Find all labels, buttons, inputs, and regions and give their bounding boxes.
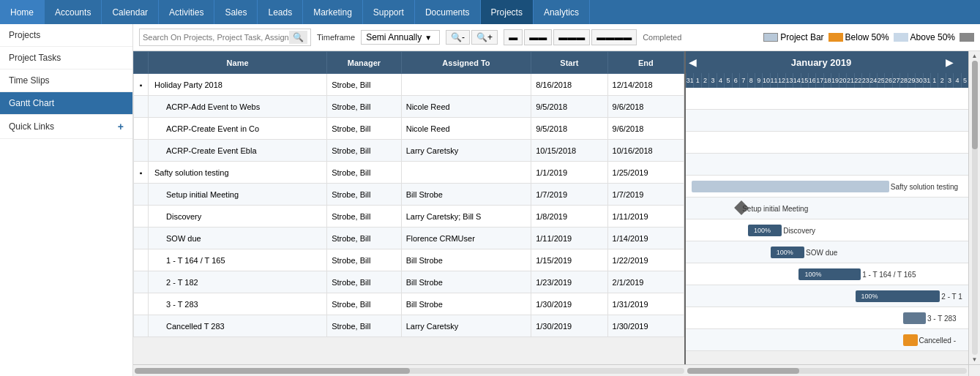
gantt-bar[interactable]: 100% (771, 247, 804, 258)
scroll-thumb-right[interactable] (687, 368, 799, 374)
gantt-day-cell: 13 (785, 73, 793, 88)
zoom-out-button[interactable]: 🔍- (446, 30, 470, 45)
nav-leads[interactable]: Leads (258, 0, 303, 24)
vertical-scrollbar[interactable]: ▲ ▼ (968, 51, 980, 364)
row-start: 1/30/2019 (531, 315, 607, 337)
table-row[interactable]: ACRP-Create Event EblaStrobe, BillLarry … (134, 140, 684, 162)
timeframe-dropdown-arrow: ▼ (424, 34, 432, 42)
table-row[interactable]: SOW dueStrobe, BillFlorence CRMUser1/11/… (134, 228, 684, 249)
progress-badge: 100% (751, 226, 774, 235)
scroll-track-left[interactable] (135, 368, 684, 374)
sidebar-item-projects[interactable]: Projects (0, 24, 132, 47)
row-end: 10/16/2018 (607, 140, 684, 162)
table-row[interactable]: Setup initial MeetingStrobe, BillBill St… (134, 184, 684, 206)
nav-analytics[interactable]: Analytics (534, 0, 590, 24)
scroll-track-vertical[interactable] (972, 61, 978, 355)
nav-calendar[interactable]: Calendar (102, 0, 159, 24)
gantt-bar[interactable]: 100% (856, 290, 940, 302)
gantt-month-label: January 2019 (700, 57, 943, 68)
horizontal-scrollbar-right[interactable] (686, 365, 968, 376)
project-table: Name Manager Assigned To Start End ▪Holi… (133, 51, 684, 337)
row-assigned: Bill Strobe (401, 293, 531, 315)
nav-documents[interactable]: Documents (415, 0, 481, 24)
gantt-bar[interactable]: 100% (798, 268, 861, 280)
timeframe-label: Timeframe (317, 33, 355, 42)
view-triple-button[interactable]: ▬▬▬ (553, 29, 590, 45)
gantt-bar[interactable] (692, 181, 889, 192)
table-row[interactable]: DiscoveryStrobe, BillLarry Caretsky; Bil… (134, 206, 684, 228)
gantt-row (686, 110, 968, 132)
row-checkbox-cell (134, 140, 149, 162)
gantt-day-cell: 5 (724, 73, 731, 88)
row-name: 2 - T 182 (149, 271, 327, 293)
gantt-row: 3 - T 283 (686, 307, 968, 329)
sidebar-item-project-tasks[interactable]: Project Tasks (0, 47, 132, 69)
table-row[interactable]: ACRP-Add Event to WebsStrobe, BillNicole… (134, 96, 684, 118)
row-manager: Strobe, Bill (327, 118, 402, 140)
gantt-prev-button[interactable]: ◀ (686, 56, 700, 68)
gantt-day-cell: 26 (884, 73, 891, 88)
left-table: Name Manager Assigned To Start End ▪Holi… (133, 51, 686, 364)
scroll-down-arrow[interactable]: ▼ (972, 356, 978, 363)
expand-icon[interactable]: ▪ (140, 81, 143, 89)
gantt-bar-label: Cancelled - (919, 329, 956, 351)
scroll-thumb-left[interactable] (135, 368, 410, 374)
nav-support[interactable]: Support (363, 0, 415, 24)
add-quick-link-icon[interactable]: + (118, 121, 124, 132)
row-start: 9/5/2018 (531, 96, 607, 118)
legend: Project Bar Below 50% Above 50% (763, 32, 974, 42)
row-manager: Strobe, Bill (327, 184, 402, 206)
view-double-button[interactable]: ▬▬ (524, 29, 552, 45)
table-row[interactable]: 2 - T 182Strobe, BillBill Strobe1/23/201… (134, 271, 684, 293)
nav-sales[interactable]: Sales (214, 0, 258, 24)
sidebar-item-time-slips[interactable]: Time Slips (0, 69, 132, 92)
timeframe-dropdown[interactable]: Semi Annually ▼ (361, 30, 440, 45)
nav-activities[interactable]: Activities (159, 0, 214, 24)
row-start: 1/15/2019 (531, 249, 607, 271)
nav-accounts[interactable]: Accounts (45, 0, 102, 24)
gantt-bar[interactable] (903, 312, 926, 324)
row-name: ACRP-Create Event Ebla (149, 140, 327, 162)
search-button[interactable]: 🔍 (289, 31, 307, 44)
gantt-next-button[interactable]: ▶ (943, 56, 957, 68)
row-manager: Strobe, Bill (327, 74, 402, 96)
zoom-in-button[interactable]: 🔍+ (471, 30, 498, 45)
row-manager: Strobe, Bill (327, 162, 402, 184)
row-manager: Strobe, Bill (327, 315, 402, 337)
gantt-row (686, 154, 968, 176)
gantt-table-container: Name Manager Assigned To Start End ▪Holi… (133, 51, 980, 376)
nav-home[interactable]: Home (0, 0, 45, 24)
table-row[interactable]: 3 - T 283Strobe, BillBill Strobe1/30/201… (134, 293, 684, 315)
search-input[interactable] (143, 33, 289, 42)
scroll-thumb-vertical[interactable] (972, 61, 978, 149)
scroll-track-right[interactable] (687, 368, 967, 374)
col-checkbox (134, 52, 149, 74)
table-row[interactable]: 1 - T 164 / T 165Strobe, BillBill Strobe… (134, 249, 684, 271)
table-row[interactable]: ACRP-Create Event in CoStrobe, BillNicol… (134, 118, 684, 140)
gantt-day-cell: 1 (693, 73, 700, 88)
row-name: 3 - T 283 (149, 293, 327, 315)
row-assigned: Nicole Reed (401, 96, 531, 118)
table-row[interactable]: Cancelled T 283Strobe, BillLarry Caretsk… (134, 315, 684, 337)
sidebar-item-gantt-chart[interactable]: Gantt Chart (0, 92, 132, 115)
table-row[interactable]: ▪Safty solution testingStrobe, Bill1/1/2… (134, 162, 684, 184)
sidebar-item-quick-links[interactable]: Quick Links + (0, 115, 132, 139)
timeframe-value: Semi Annually (366, 32, 422, 42)
row-checkbox-cell: ▪ (134, 162, 149, 184)
top-navigation: Home Accounts Calendar Activities Sales … (0, 0, 980, 24)
view-single-button[interactable]: ▬ (504, 29, 523, 45)
row-start: 9/5/2018 (531, 118, 607, 140)
expand-icon[interactable]: ▪ (140, 169, 143, 177)
gantt-day-cell: 5 (961, 73, 968, 88)
gantt-bar[interactable] (903, 334, 917, 346)
gantt-day-cell: 25 (877, 73, 884, 88)
scroll-up-arrow[interactable]: ▲ (972, 53, 978, 59)
table-row[interactable]: ▪Holiday Party 2018Strobe, Bill8/16/2018… (134, 74, 684, 96)
gantt-day-cell: 23 (861, 73, 869, 88)
gantt-bar[interactable]: 100% (748, 225, 782, 236)
nav-marketing[interactable]: Marketing (303, 0, 363, 24)
view-quad-button[interactable]: ▬▬▬▬ (591, 29, 637, 45)
nav-projects[interactable]: Projects (481, 0, 534, 24)
row-assigned: Bill Strobe (401, 271, 531, 293)
horizontal-scrollbar-left[interactable] (133, 365, 686, 376)
